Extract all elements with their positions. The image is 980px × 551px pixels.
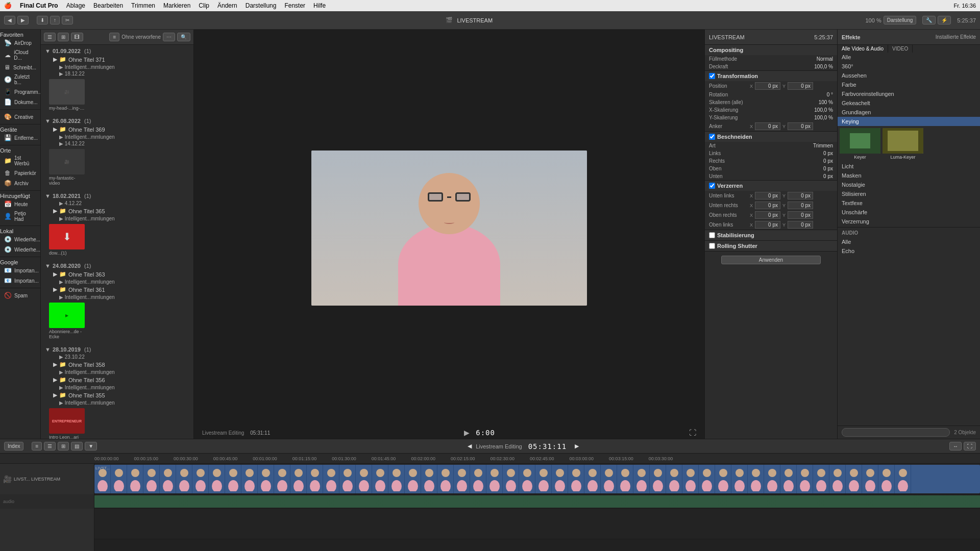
- clip-sub-intelligent-8[interactable]: ▶ Intelligent...mmlungen: [45, 399, 189, 406]
- menu-trimmen[interactable]: Trimmen: [131, 2, 155, 9]
- clip-ohne-titel-356[interactable]: ▶📁Ohne Titel 356: [45, 375, 189, 384]
- browser-search[interactable]: 🔍: [177, 33, 190, 41]
- browser-grid-view[interactable]: ⊞: [58, 33, 69, 41]
- effects-cat-gekeachelt[interactable]: Gekeachelt: [838, 98, 980, 108]
- effects-cat-keying[interactable]: Keying: [838, 117, 980, 126]
- sidebar-item-1st[interactable]: 📁 1st Werbü: [0, 154, 40, 168]
- browser-view-options[interactable]: ⋯: [163, 33, 175, 41]
- browser-list-view[interactable]: ☰: [44, 33, 56, 41]
- clip-ohne-titel-369[interactable]: ▶📁Ohne Titel 369: [45, 125, 189, 134]
- toolbar-effects-toggle[interactable]: ⚡: [938, 16, 951, 24]
- clip-thumb-head-video[interactable]: 🎥: [49, 79, 85, 105]
- menu-fenster[interactable]: Fenster: [284, 2, 305, 9]
- sidebar-item-wiederherstellen2[interactable]: 💿 Wiederhe...: [0, 244, 40, 255]
- transformation-checkbox[interactable]: [709, 73, 715, 79]
- effects-cat-nostalgie[interactable]: Nostalgie: [838, 180, 980, 189]
- clip-ohne-titel-365[interactable]: ▶📁Ohne Titel 365: [45, 207, 189, 215]
- timeline-next-clip[interactable]: ▶: [573, 443, 581, 449]
- menu-markieren[interactable]: Markieren: [163, 2, 190, 9]
- menu-ablage[interactable]: Ablage: [66, 2, 85, 9]
- audio-track-content[interactable]: [94, 494, 980, 509]
- oben-links-x[interactable]: [755, 221, 780, 229]
- clip-thumb-entrepreneur[interactable]: ENTREPRENEUR: [49, 408, 85, 434]
- effects-tab-video[interactable]: VIDEO: [888, 45, 913, 53]
- menu-darstellung[interactable]: Darstellung: [246, 2, 277, 9]
- effects-cat-textfexe[interactable]: Textfexe: [838, 198, 980, 208]
- browser-filter[interactable]: ≡: [109, 33, 119, 41]
- toolbar-forward[interactable]: ▶: [17, 16, 29, 24]
- inspector-rolling-shutter-header[interactable]: Rolling Shutter: [705, 241, 837, 251]
- preview-fullscreen-button[interactable]: ⛶: [689, 429, 696, 437]
- sidebar-item-archiv[interactable]: 📦 Archiv: [0, 178, 40, 188]
- sidebar-item-wiederherstellen1[interactable]: 💿 Wiederhe...: [0, 234, 40, 244]
- anker-y[interactable]: [788, 122, 813, 130]
- toolbar-import[interactable]: ⬇: [37, 16, 48, 24]
- toolbar-back[interactable]: ◀: [4, 16, 15, 24]
- audio-clip[interactable]: [94, 495, 980, 508]
- effect-item-luma-keyer[interactable]: Luma-Keyer: [883, 128, 923, 160]
- effects-cat-audio-alle[interactable]: Alle: [838, 237, 980, 246]
- timeline-view-select[interactable]: ▼: [85, 442, 97, 450]
- oben-rechts-x[interactable]: [755, 211, 780, 219]
- clip-ohne-titel-371[interactable]: ▶ 📁 Ohne Titel 371: [45, 55, 189, 64]
- effects-search-input[interactable]: [842, 428, 950, 437]
- rolling-shutter-checkbox[interactable]: [709, 243, 715, 249]
- timeline-expand[interactable]: ⛶: [964, 442, 976, 450]
- menu-bearbeiten[interactable]: Bearbeiten: [93, 2, 123, 9]
- menu-clip[interactable]: Clip: [199, 2, 209, 9]
- clip-ohne-titel-363[interactable]: ▶📁Ohne Titel 363: [45, 270, 189, 279]
- oben-rechts-y[interactable]: [788, 211, 813, 219]
- video-track-content[interactable]: LIVST...: [94, 464, 980, 494]
- sidebar-item-airdrop[interactable]: 📡 AirDrop: [0, 38, 40, 48]
- beschneiden-checkbox[interactable]: [709, 134, 715, 140]
- position-y[interactable]: [788, 82, 813, 90]
- preview-play-button[interactable]: ▶: [464, 429, 470, 437]
- sidebar-item-dokumente[interactable]: 📄 Dokume...: [0, 97, 40, 107]
- clip-sub-date-3[interactable]: ▶ 4.12.22: [45, 200, 189, 207]
- date-header-26082022[interactable]: ▼ 26.08.2022 (1): [45, 117, 189, 125]
- toolbar-share[interactable]: ↑: [50, 16, 60, 24]
- timeline-view-btn3[interactable]: ▤: [71, 442, 83, 450]
- effects-cat-360[interactable]: 360°: [838, 62, 980, 71]
- sidebar-item-zuletzt[interactable]: 🕐 Zuletzt b...: [0, 72, 40, 87]
- toolbar-view[interactable]: Darstellung: [884, 16, 917, 24]
- empty-track-1-content[interactable]: [94, 509, 980, 539]
- inspector-compositing-header[interactable]: Compositing: [705, 45, 837, 55]
- video-clip-strip[interactable]: LIVST...: [94, 465, 980, 493]
- effects-cat-farbvoreinstellungen[interactable]: Farbvoreinstellungen: [838, 89, 980, 98]
- inspector-apply-button[interactable]: Anwenden: [721, 256, 820, 264]
- unten-links-x[interactable]: [755, 192, 780, 199]
- date-header-24082020[interactable]: ▼ 24.08.2020 (1): [45, 262, 189, 270]
- effect-item-keyer[interactable]: Keyer: [840, 128, 880, 160]
- browser-film-view[interactable]: 🎞: [71, 33, 83, 41]
- effects-cat-licht[interactable]: Licht: [838, 162, 980, 171]
- sidebar-item-icloud[interactable]: ☁ iCloud D...: [0, 48, 40, 62]
- inspector-verzerren-header[interactable]: Verzerren: [705, 181, 837, 191]
- clip-sub-intelligent-5[interactable]: ▶ Intelligent...mmlungen: [45, 294, 189, 300]
- effects-cat-grundlagen[interactable]: Grundlagen: [838, 108, 980, 117]
- effects-cat-unschaerfe[interactable]: Unschärfe: [838, 208, 980, 217]
- oben-links-y[interactable]: [788, 221, 813, 229]
- empty-track-2-content[interactable]: [94, 539, 980, 551]
- sidebar-item-programme[interactable]: 📱 Programm...: [0, 87, 40, 97]
- effects-cat-farbe[interactable]: Farbe: [838, 80, 980, 89]
- sidebar-item-important2[interactable]: 📧 Importan...: [0, 276, 40, 286]
- sidebar-item-important1[interactable]: 📧 Importan...: [0, 265, 40, 276]
- timeline-index-button[interactable]: Index: [4, 442, 23, 450]
- menu-hilfe[interactable]: Hilfe: [313, 2, 326, 9]
- verzerren-checkbox[interactable]: [709, 183, 715, 189]
- inspector-stabilisierung-header[interactable]: Stabilisierung: [705, 230, 837, 240]
- timeline-view-btn2[interactable]: ⊞: [58, 442, 69, 450]
- timeline-clip-appearance[interactable]: ≡: [32, 442, 42, 450]
- clip-ohne-titel-358[interactable]: ▶📁Ohne Titel 358: [45, 360, 189, 369]
- toolbar-inspector-toggle[interactable]: 🔧: [922, 16, 936, 24]
- clip-sub-date-1[interactable]: ▶ 18.12.22: [45, 70, 189, 77]
- effects-cat-echo[interactable]: Echo: [838, 246, 980, 256]
- effects-cat-masken[interactable]: Masken: [838, 171, 980, 180]
- date-header-18022021[interactable]: ▼ 18.02.2021 (1): [45, 192, 189, 200]
- unten-links-y[interactable]: [788, 192, 813, 199]
- effects-cat-alle[interactable]: Alle: [838, 53, 980, 62]
- timeline-prev-clip[interactable]: ◀: [465, 443, 474, 449]
- menu-aendern[interactable]: Ändern: [217, 2, 237, 9]
- unten-rechts-x[interactable]: [755, 202, 780, 209]
